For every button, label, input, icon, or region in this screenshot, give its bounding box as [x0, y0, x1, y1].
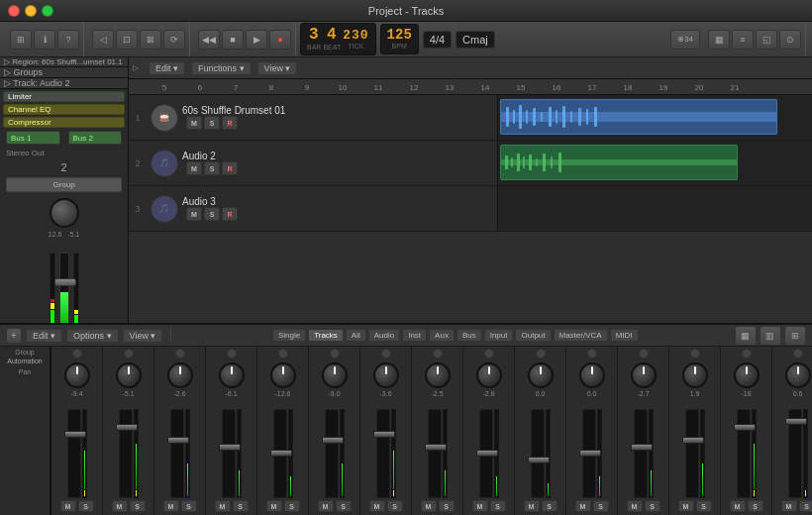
ch-solo-13[interactable]: S [748, 500, 763, 512]
toolbar-btn-back[interactable]: ◁ [92, 30, 114, 50]
ch-solo-10[interactable]: S [593, 500, 609, 512]
ch-fader-handle-4[interactable] [270, 450, 292, 457]
ch-mute-13[interactable]: M [730, 500, 746, 512]
ch-fader-track-12[interactable] [685, 409, 699, 498]
plugin-channel-eq[interactable]: Channel EQ [3, 104, 125, 115]
ch-fader-track-5[interactable] [325, 409, 339, 498]
ch-fader-handle-5[interactable] [322, 437, 344, 444]
track2-solo[interactable]: S [204, 161, 220, 175]
ch-fader-handle-8[interactable] [476, 450, 498, 457]
tab-aux[interactable]: Aux [429, 329, 455, 342]
ch-solo-9[interactable]: S [542, 500, 558, 512]
track1-solo[interactable]: S [204, 116, 220, 130]
ch-fader-handle-11[interactable] [631, 444, 653, 451]
ch-solo-1[interactable]: S [130, 500, 146, 512]
ch-pan-3[interactable] [219, 362, 245, 388]
ch-mute-12[interactable]: M [678, 500, 694, 512]
group-button[interactable]: Group [6, 177, 122, 192]
toolbar-btn-4[interactable]: ⊡ [116, 30, 138, 50]
ch-pan-7[interactable] [425, 362, 451, 388]
ch-mute-1[interactable]: M [112, 500, 128, 512]
ch-pan-1[interactable] [116, 362, 142, 388]
track-content-1[interactable] [497, 95, 813, 140]
toolbar-btn-3[interactable]: ? [57, 30, 79, 50]
ch-pan-2[interactable] [167, 362, 193, 388]
ch-fader-handle-13[interactable] [734, 424, 756, 431]
time-signature[interactable]: 4/4 [423, 31, 452, 49]
ch-pan-0[interactable] [64, 362, 90, 388]
ch-pan-14[interactable] [785, 362, 811, 388]
ch-mute-14[interactable]: M [781, 500, 797, 512]
ch-fader-track-6[interactable] [376, 409, 390, 498]
tempo-display[interactable]: 125 BPM [380, 24, 419, 53]
ch-fader-handle-6[interactable] [373, 431, 395, 438]
ch-solo-4[interactable]: S [284, 500, 300, 512]
ch-solo-2[interactable]: S [181, 500, 197, 512]
mixer-icon-2[interactable]: ▥ [760, 326, 781, 346]
ch-fader-track-8[interactable] [479, 409, 493, 498]
tab-single[interactable]: Single [272, 329, 306, 342]
send-bus1[interactable]: Bus 1 [6, 131, 60, 145]
ch-mute-8[interactable]: M [472, 500, 488, 512]
ch-solo-14[interactable]: S [799, 500, 813, 512]
ch-mute-2[interactable]: M [163, 500, 179, 512]
track3-mute[interactable]: M [186, 207, 202, 221]
plugin-limiter[interactable]: Limiter [3, 91, 125, 102]
ch-fader-track-13[interactable] [737, 409, 751, 498]
ch-mute-6[interactable]: M [369, 500, 385, 512]
ch-solo-6[interactable]: S [387, 500, 403, 512]
ch-pan-12[interactable] [682, 362, 708, 388]
track3-rec[interactable]: R [222, 207, 238, 221]
ch-solo-12[interactable]: S [696, 500, 712, 512]
tab-audio[interactable]: Audio [368, 329, 400, 342]
ch-mute-0[interactable]: M [60, 500, 76, 512]
ch-solo-8[interactable]: S [490, 500, 506, 512]
ch-pan-8[interactable] [476, 362, 502, 388]
ch-fader-track-11[interactable] [634, 409, 648, 498]
ch-fader-handle-10[interactable] [579, 450, 601, 457]
ch-mute-5[interactable]: M [318, 500, 334, 512]
ch-mute-10[interactable]: M [575, 500, 591, 512]
ch-mute-3[interactable]: M [215, 500, 231, 512]
tab-input[interactable]: Input [484, 329, 514, 342]
tab-midi[interactable]: MIDI [610, 329, 639, 342]
ch-fader-handle-0[interactable] [64, 431, 86, 438]
fader-handle-left[interactable] [54, 278, 76, 286]
ch-fader-handle-3[interactable] [219, 444, 241, 451]
ch-solo-3[interactable]: S [233, 500, 249, 512]
ch-pan-5[interactable] [322, 362, 348, 388]
ch-solo-0[interactable]: S [78, 500, 94, 512]
edit-menu[interactable]: Edit ▾ [149, 61, 185, 75]
ch-fader-handle-12[interactable] [682, 437, 704, 444]
ch-fader-track-7[interactable] [428, 409, 442, 498]
ch-fader-track-10[interactable] [582, 409, 596, 498]
ch-mute-9[interactable]: M [524, 500, 540, 512]
channel-knob[interactable] [50, 198, 79, 228]
track1-rec[interactable]: R [222, 116, 238, 130]
tab-tracks[interactable]: Tracks [308, 329, 344, 342]
ch-solo-11[interactable]: S [645, 500, 660, 512]
close-button[interactable] [8, 5, 20, 17]
play-button[interactable]: ▶ [246, 30, 267, 50]
mixer-icon-1[interactable]: ▦ [735, 326, 757, 346]
mixer-icon-3[interactable]: ⊞ [784, 326, 806, 346]
fader-track-left[interactable] [59, 253, 69, 323]
ch-fader-handle-1[interactable] [116, 424, 138, 431]
tab-output[interactable]: Output [515, 329, 551, 342]
tab-inst[interactable]: Inst [402, 329, 427, 342]
ch-fader-track-14[interactable] [788, 409, 802, 498]
track2-rec[interactable]: R [222, 161, 238, 175]
ch-pan-6[interactable] [373, 362, 399, 388]
stop-button[interactable]: ■ [222, 30, 244, 50]
track1-mute[interactable]: M [186, 116, 202, 130]
ch-pan-13[interactable] [734, 362, 760, 388]
zoom-level[interactable]: ⊕34 [670, 30, 700, 50]
mixer-view-menu[interactable]: View ▾ [123, 329, 163, 343]
ch-solo-5[interactable]: S [336, 500, 352, 512]
send-bus2[interactable]: Bus 2 [68, 131, 123, 145]
plugin-compressor[interactable]: Compressor [3, 117, 125, 128]
ch-fader-track-4[interactable] [273, 409, 287, 498]
toolbar-btn-5[interactable]: ⊠ [140, 30, 161, 50]
track2-mute[interactable]: M [186, 161, 202, 175]
ch-fader-track-0[interactable] [67, 409, 81, 498]
